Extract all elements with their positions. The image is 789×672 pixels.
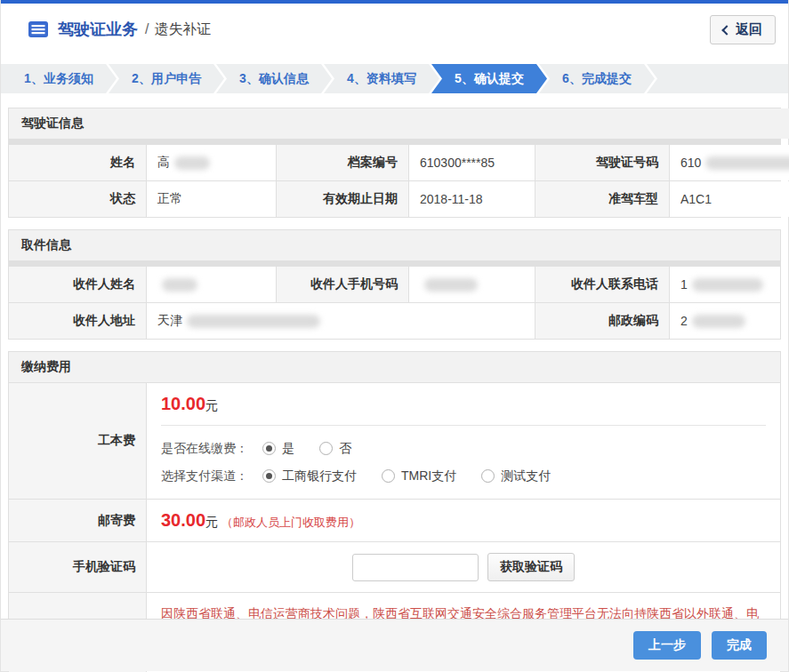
captcha-label: 手机验证码 [9, 542, 146, 592]
vehicle-type-label: 准驾车型 [535, 181, 669, 217]
radio-option-icbc[interactable]: 工商银行支付 [262, 468, 357, 484]
production-fee-cell: 10.00元 是否在线缴费： 是 否 选择支付渠道： [147, 383, 780, 499]
page-header: 驾驶证业务 / 遗失补证 返回 [1, 4, 788, 55]
breadcrumb-current: 遗失补证 [154, 20, 211, 39]
radio-icon[interactable] [319, 442, 333, 455]
step-label: 1、业务须知 [24, 71, 93, 87]
step-bar-filler [647, 64, 788, 93]
back-button[interactable]: 返回 [710, 15, 776, 44]
radio-option-test[interactable]: 测试支付 [481, 468, 551, 484]
postal-code-value: 2 [670, 303, 780, 339]
recipient-phone-label: 收件人联系电话 [535, 267, 669, 302]
radio-label: 测试支付 [501, 468, 551, 484]
vehicle-type-value: A1C1 [670, 181, 789, 217]
radio-option-tmri[interactable]: TMRI支付 [382, 468, 456, 484]
online-payment-question: 是否在线缴费： 是 否 [161, 436, 766, 460]
radio-icon[interactable] [262, 442, 276, 455]
redacted-blur [705, 156, 789, 170]
step-tab-4[interactable]: 4、资料填写 [324, 64, 439, 93]
redacted-blur [187, 315, 320, 328]
finish-button[interactable]: 完成 [712, 631, 767, 660]
radio-label: 否 [339, 441, 351, 457]
radio-option-no[interactable]: 否 [319, 441, 351, 457]
name-value: 高 [147, 145, 276, 180]
step-navigation: 1、业务须知 2、用户申告 3、确认信息 4、资料填写 5、确认提交 6、完成提… [1, 64, 788, 93]
production-fee-amount: 10.00元 [161, 394, 766, 414]
recipient-name-value [147, 267, 276, 302]
list-icon [28, 20, 49, 38]
fees-section-title: 缴纳费用 [9, 352, 780, 382]
step-label: 2、用户申告 [132, 71, 201, 87]
radio-label: 工商银行支付 [282, 468, 357, 484]
name-label: 姓名 [9, 145, 146, 180]
recipient-mobile-value [409, 267, 535, 302]
divider [161, 425, 766, 426]
back-button-label: 返回 [736, 21, 762, 38]
redacted-blur [424, 278, 478, 292]
page-title: 驾驶证业务 [58, 19, 138, 40]
payment-channel-question: 选择支付渠道： 工商银行支付 TMRI支付 测试支付 [161, 464, 766, 488]
step-label: 4、资料填写 [347, 71, 416, 87]
recipient-phone-value: 1 [670, 267, 780, 302]
license-number-label: 驾驶证号码 [535, 145, 669, 180]
page: 驾驶证业务 / 遗失补证 返回 1、业务须知 2、用户申告 3、确认信息 4、资… [0, 0, 789, 672]
chevron-left-icon [721, 25, 731, 35]
step-tab-5[interactable]: 5、确认提交 [431, 64, 547, 93]
radio-icon[interactable] [481, 469, 495, 483]
status-value: 正常 [147, 181, 276, 217]
previous-step-button[interactable]: 上一步 [633, 631, 701, 660]
license-info-table: 驾驶证信息 姓名 高 档案编号 610300****85 驾驶证号码 610 状… [8, 108, 781, 218]
step-tab-1[interactable]: 1、业务须知 [1, 64, 117, 93]
file-number-label: 档案编号 [277, 145, 408, 180]
license-section-title: 驾驶证信息 [9, 108, 789, 139]
mail-fee-note: （邮政人员上门收取费用） [221, 516, 360, 529]
mail-fee-amount: 30.00元（邮政人员上门收取费用） [161, 510, 766, 531]
redacted-blur [162, 278, 197, 292]
radio-option-yes[interactable]: 是 [262, 441, 294, 457]
redacted-blur [174, 156, 210, 170]
step-label: 6、完成提交 [562, 71, 632, 87]
footer-bar: 上一步 完成 [1, 619, 788, 671]
recipient-name-label: 收件人姓名 [9, 267, 146, 302]
status-label: 状态 [9, 181, 146, 217]
redacted-blur [692, 315, 745, 328]
recipient-address-value: 天津 [147, 303, 535, 339]
recipient-mobile-label: 收件人手机号码 [277, 267, 408, 302]
step-label: 3、确认信息 [239, 71, 309, 87]
mail-fee-cell: 30.00元（邮政人员上门收取费用） [147, 500, 780, 541]
file-number-value: 610300****85 [409, 145, 535, 180]
step-tab-3[interactable]: 3、确认信息 [216, 64, 332, 93]
expiry-label: 有效期止日期 [277, 181, 408, 217]
radio-icon[interactable] [262, 469, 276, 483]
expiry-value: 2018-11-18 [409, 181, 535, 217]
captcha-input[interactable] [352, 554, 479, 581]
pickup-info-table: 取件信息 收件人姓名 收件人手机号码 收件人联系电话 1 收件人地址 天津 邮政… [8, 229, 781, 340]
mail-fee-label: 邮寄费 [9, 500, 146, 541]
radio-icon[interactable] [382, 469, 395, 483]
recipient-address-label: 收件人地址 [9, 303, 146, 339]
step-label: 5、确认提交 [455, 71, 524, 87]
step-tab-2[interactable]: 2、用户申告 [109, 64, 224, 93]
step-tab-6[interactable]: 6、完成提交 [539, 64, 655, 93]
production-fee-label: 工本费 [9, 383, 146, 499]
breadcrumb-separator: / [145, 21, 149, 37]
license-number-value: 610 [670, 145, 789, 180]
radio-label: 是 [282, 441, 294, 457]
get-captcha-button[interactable]: 获取验证码 [487, 553, 575, 581]
postal-code-label: 邮政编码 [535, 303, 669, 339]
captcha-cell: 获取验证码 [147, 542, 780, 592]
pickup-section-title: 取件信息 [9, 230, 780, 260]
redacted-blur [692, 278, 763, 292]
main-content: 驾驶证信息 姓名 高 档案编号 610300****85 驾驶证号码 610 状… [1, 93, 788, 672]
radio-label: TMRI支付 [401, 468, 456, 484]
